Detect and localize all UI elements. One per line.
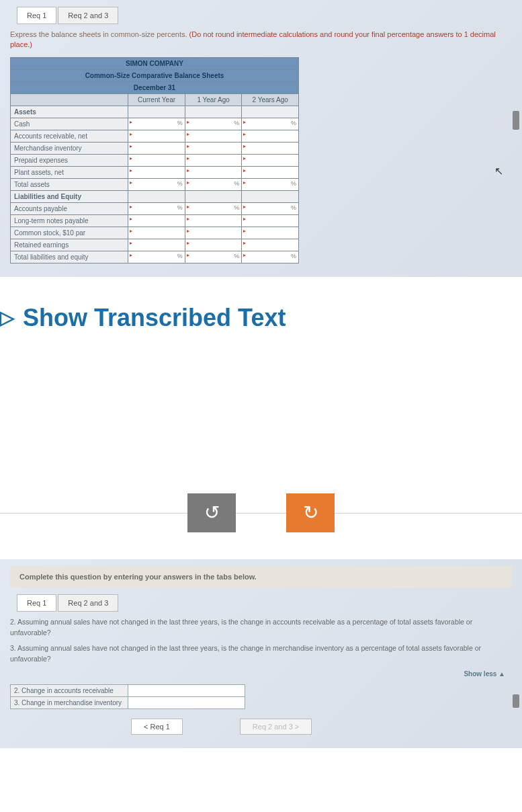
bs-input-cell[interactable]: ▸ <box>242 154 299 166</box>
bs-row-label: Retained earnings <box>11 239 128 251</box>
cell-marker: ▸ <box>187 179 189 186</box>
bs-row-label: Assets <box>11 106 128 118</box>
cell-marker: ▸ <box>130 252 132 258</box>
cell-marker: ▸ <box>130 179 132 186</box>
bs-input-cell[interactable]: ▸% <box>128 202 185 214</box>
bs-input-cell[interactable]: ▸ <box>242 214 299 227</box>
cell-marker: ▸ <box>187 240 189 246</box>
transcribed-section: ▷ Show Transcribed Text <box>0 277 522 372</box>
bs-input-cell[interactable]: ▸ <box>128 227 185 239</box>
bs-row-label: Plant assets, net <box>11 166 128 178</box>
pct-symbol: % <box>291 253 296 259</box>
cell-marker: ▸ <box>243 204 246 210</box>
cell-marker: ▸ <box>243 155 246 161</box>
bs-input-cell[interactable]: ▸ <box>242 142 299 154</box>
bs-input-cell[interactable]: ▸ <box>242 166 299 178</box>
bs-input-cell[interactable]: ▸ <box>128 239 185 251</box>
tab-req1-bottom[interactable]: Req 1 <box>17 594 56 612</box>
bs-input-cell[interactable]: ▸ <box>128 214 185 227</box>
scrollbar-thumb-bottom[interactable] <box>513 694 519 708</box>
bs-input-cell[interactable]: ▸ <box>185 130 242 142</box>
bs-section-blank <box>128 106 185 118</box>
scrollbar-thumb[interactable] <box>513 111 519 130</box>
bs-row-label: Accounts receivable, net <box>11 130 128 142</box>
ans-row-3-label: 3. Change in merchandise inventory <box>11 696 128 708</box>
next-req23-button[interactable]: Req 2 and 3 > <box>240 719 312 735</box>
bs-input-cell[interactable]: ▸ <box>185 214 242 227</box>
cell-marker: ▸ <box>130 228 132 234</box>
bs-col-2yr: 2 Years Ago <box>242 93 299 106</box>
ans-row-2-input[interactable] <box>128 684 245 696</box>
pct-symbol: % <box>291 120 296 126</box>
bs-section-blank <box>185 190 242 202</box>
bs-input-cell[interactable]: ▸% <box>242 251 299 263</box>
bs-input-cell[interactable]: ▸ <box>185 154 242 166</box>
pct-symbol: % <box>234 204 239 211</box>
bs-blank-col <box>11 93 128 106</box>
pct-symbol: % <box>177 120 183 126</box>
bs-input-cell[interactable]: ▸% <box>128 178 185 190</box>
bs-col-1yr: 1 Year Ago <box>185 93 242 106</box>
question-3-text: 3. Assuming annual sales have not change… <box>10 643 512 665</box>
bs-input-cell[interactable]: ▸% <box>242 118 299 130</box>
show-less-link[interactable]: Show less ▲ <box>10 670 505 678</box>
undo-button[interactable]: ↺ <box>187 493 236 532</box>
bs-input-cell[interactable]: ▸ <box>185 227 242 239</box>
bs-input-cell[interactable]: ▸ <box>242 130 299 142</box>
cell-marker: ▸ <box>130 119 132 125</box>
bs-section-blank <box>242 190 299 202</box>
refresh-row: ↺ ↻ <box>0 493 522 532</box>
question-2-text: 2. Assuming annual sales have not change… <box>10 617 512 639</box>
cell-marker: ▸ <box>243 143 246 149</box>
pct-symbol: % <box>291 180 296 187</box>
tab-req23-top[interactable]: Req 2 and 3 <box>58 7 118 24</box>
show-transcribed-heading[interactable]: ▷ Show Transcribed Text <box>0 304 509 332</box>
bs-input-cell[interactable]: ▸% <box>185 202 242 214</box>
tab-req1-top[interactable]: Req 1 <box>17 7 56 24</box>
bs-input-cell[interactable]: ▸% <box>128 251 185 263</box>
bs-date: December 31 <box>11 81 299 93</box>
bs-input-cell[interactable]: ▸ <box>128 166 185 178</box>
pct-symbol: % <box>234 253 239 259</box>
bs-row-label: Prepaid expenses <box>11 154 128 166</box>
bs-input-cell[interactable]: ▸% <box>242 178 299 190</box>
bs-input-cell[interactable]: ▸ <box>128 154 185 166</box>
bs-input-cell[interactable]: ▸% <box>128 118 185 130</box>
bs-row-label: Accounts payable <box>11 202 128 214</box>
cursor-icon: ↖ <box>494 165 503 177</box>
nav-row: < Req 1 Req 2 and 3 > <box>131 719 512 735</box>
bs-col-current: Current Year <box>128 93 185 106</box>
bs-input-cell[interactable]: ▸ <box>128 130 185 142</box>
tab-req23-bottom[interactable]: Req 2 and 3 <box>58 594 118 612</box>
ans-row-3-input[interactable] <box>128 696 245 708</box>
bs-input-cell[interactable]: ▸ <box>185 239 242 251</box>
cell-marker: ▸ <box>187 228 189 234</box>
cell-marker: ▸ <box>187 216 189 222</box>
bs-row-label: Merchandise inventory <box>11 142 128 154</box>
bs-input-cell[interactable]: ▸% <box>242 202 299 214</box>
cell-marker: ▸ <box>130 240 132 246</box>
bs-row-label: Cash <box>11 118 128 130</box>
prev-req1-button[interactable]: < Req 1 <box>131 719 183 735</box>
bs-row-label: Liabilities and Equity <box>11 190 128 202</box>
bs-input-cell[interactable]: ▸ <box>128 142 185 154</box>
bs-input-cell[interactable]: ▸ <box>185 166 242 178</box>
cell-marker: ▸ <box>187 155 189 161</box>
pct-symbol: % <box>234 120 239 126</box>
bs-input-cell[interactable]: ▸% <box>185 251 242 263</box>
bs-input-cell[interactable]: ▸ <box>242 239 299 251</box>
cell-marker: ▸ <box>187 167 189 173</box>
bs-input-cell[interactable]: ▸% <box>185 118 242 130</box>
bs-input-cell[interactable]: ▸ <box>185 142 242 154</box>
bs-row-label: Common stock, $10 par <box>11 227 128 239</box>
bs-input-cell[interactable]: ▸% <box>185 178 242 190</box>
redo-button[interactable]: ↻ <box>286 493 335 532</box>
bs-input-cell[interactable]: ▸ <box>242 227 299 239</box>
cell-marker: ▸ <box>130 216 132 222</box>
cell-marker: ▸ <box>243 228 246 234</box>
bs-row-label: Total assets <box>11 178 128 190</box>
cell-marker: ▸ <box>187 143 189 149</box>
transcribed-label: Show Transcribed Text <box>23 304 286 332</box>
answer-table: 2. Change in accounts receivable 3. Chan… <box>10 684 245 709</box>
pct-symbol: % <box>177 253 183 259</box>
